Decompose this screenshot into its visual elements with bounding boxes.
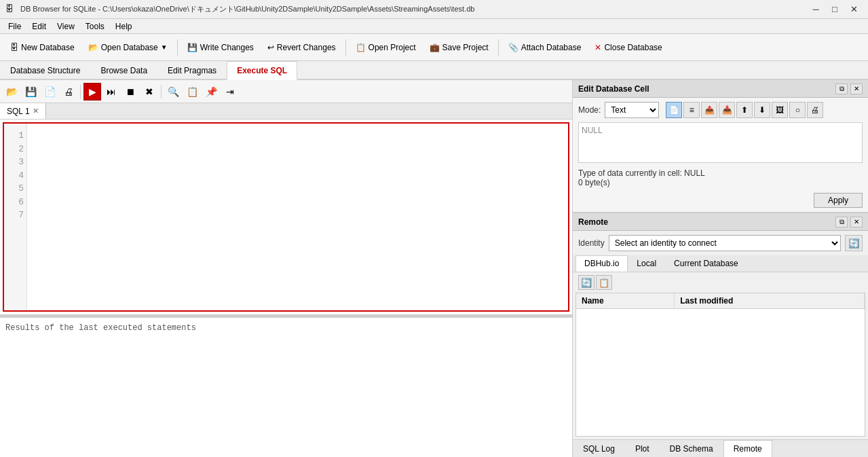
find-button[interactable]: 🔍: [164, 83, 182, 100]
results-placeholder: Results of the last executed statements: [5, 323, 196, 333]
tab-browse-data[interactable]: Browse Data: [90, 61, 157, 79]
main-tabs: Database Structure Browse Data Edit Prag…: [0, 61, 868, 80]
remote-close[interactable]: ✕: [850, 217, 863, 227]
edit-cell-detach[interactable]: ⧉: [835, 84, 848, 94]
identity-select[interactable]: Select an identity to connect: [609, 235, 841, 251]
mode-icon-import[interactable]: 📥: [719, 102, 735, 118]
mode-icons: 📄 ≡ 📤 📥 ⬆ ⬇ 🖼 ○ 🖨: [666, 102, 823, 118]
cell-null-value: NULL: [582, 126, 603, 135]
mode-icon-down[interactable]: ⬇: [754, 102, 770, 118]
minimize-button[interactable]: ─: [807, 3, 825, 16]
menu-file[interactable]: File: [3, 20, 26, 33]
write-changes-button[interactable]: 💾 Write Changes: [181, 37, 260, 58]
mode-icon-circle[interactable]: ○: [789, 102, 806, 118]
attach-database-button[interactable]: 📎 Attach Database: [502, 37, 588, 58]
cell-type-row: Type of data currently in cell: NULL 0 b…: [573, 166, 868, 190]
save-project-label: Save Project: [442, 43, 489, 52]
copy-button[interactable]: 📋: [183, 83, 201, 100]
edit-cell-panel: Edit Database Cell ⧉ ✕ Mode: Text Binary…: [573, 80, 868, 213]
tab-edit-pragmas[interactable]: Edit Pragmas: [157, 61, 227, 79]
clear-button[interactable]: ✖: [140, 83, 158, 100]
remote-header: Remote ⧉ ✕: [573, 213, 868, 231]
menu-edit[interactable]: Edit: [26, 20, 52, 33]
mode-icon-list[interactable]: ≡: [683, 102, 700, 118]
mode-icon-text[interactable]: 📄: [666, 102, 682, 118]
mode-select[interactable]: Text Binary Null Real Integer: [605, 102, 659, 118]
menu-view[interactable]: View: [52, 20, 80, 33]
bottom-tab-remote[interactable]: Remote: [723, 440, 772, 457]
mode-icon-image[interactable]: 🖼: [772, 102, 788, 118]
run-line-button[interactable]: ⏭: [102, 83, 120, 100]
sql-editor-area: 1234567 ▼CREATE TABLE Weapons ( Id INTEG…: [3, 122, 569, 312]
bottom-tab-sql-log[interactable]: SQL Log: [573, 440, 625, 457]
sql-editor-input[interactable]: CREATE TABLE Weapons ( Id INTEGER PRIMAR…: [4, 124, 568, 310]
new-database-button[interactable]: 🗄 New Database: [4, 37, 81, 58]
bottom-tab-db-schema[interactable]: DB Schema: [660, 440, 723, 457]
tab-database-structure[interactable]: Database Structure: [0, 61, 90, 79]
bottom-tab-remote-label: Remote: [734, 444, 762, 454]
mode-label: Mode:: [578, 105, 601, 115]
title-bar: 🗄 DB Browser for SQLite - C:\Users\okaza…: [0, 0, 868, 19]
title-bar-controls: ─ □ ✕: [807, 3, 863, 16]
open-project-label: Open Project: [369, 43, 416, 52]
menu-help[interactable]: Help: [110, 20, 138, 33]
save-sql-button[interactable]: 💾: [22, 83, 39, 100]
sql-toolbar: 📂 💾 📄 🖨 ▶ ⏭ ⏹ ✖ 🔍 📋 📌 ⇥: [0, 80, 572, 103]
open-project-button[interactable]: 📋 Open Project: [350, 37, 422, 58]
remote-refresh-button[interactable]: 🔄: [578, 275, 595, 290]
open-database-dropdown-icon: ▼: [161, 43, 168, 51]
sql-tab-1-close[interactable]: ✕: [33, 107, 39, 115]
open-database-button[interactable]: 📂 Open Database ▼: [82, 37, 174, 58]
edit-cell-header: Edit Database Cell ⧉ ✕: [573, 80, 868, 98]
save-as-sql-button[interactable]: 📄: [41, 83, 58, 100]
open-project-icon: 📋: [356, 43, 366, 52]
close-button[interactable]: ✕: [845, 3, 863, 16]
indent-button[interactable]: ⇥: [221, 83, 239, 100]
toolbar-sep-2: [345, 39, 346, 56]
remote-tab-dbhub-label: DBHub.io: [584, 259, 619, 268]
tab-execute-sql-label: Execute SQL: [237, 66, 287, 75]
save-project-icon: 💼: [430, 43, 440, 52]
open-sql-button[interactable]: 📂: [3, 83, 20, 100]
maximize-button[interactable]: □: [826, 3, 844, 16]
apply-row: Apply: [573, 190, 868, 212]
remote-tab-local[interactable]: Local: [628, 255, 665, 272]
identity-label: Identity: [578, 238, 605, 248]
bottom-tab-plot[interactable]: Plot: [625, 440, 660, 457]
sql-tab-1[interactable]: SQL 1 ✕: [0, 103, 46, 119]
menu-tools[interactable]: Tools: [80, 20, 110, 33]
revert-changes-icon: ↩: [267, 43, 274, 52]
remote-table-header-modified: Last modified: [675, 293, 865, 309]
mode-icon-export[interactable]: 📤: [701, 102, 717, 118]
close-database-button[interactable]: ✕ Close Database: [588, 37, 668, 58]
revert-changes-button[interactable]: ↩ Revert Changes: [261, 37, 342, 58]
stop-button[interactable]: ⏹: [121, 83, 139, 100]
mode-icon-print[interactable]: 🖨: [807, 102, 823, 118]
remote-tab-local-label: Local: [637, 259, 656, 268]
revert-changes-label: Revert Changes: [277, 43, 336, 52]
remote-tab-dbhub[interactable]: DBHub.io: [575, 255, 628, 272]
print-button[interactable]: 🖨: [60, 83, 77, 100]
save-project-button[interactable]: 💼 Save Project: [423, 37, 495, 58]
cell-display[interactable]: NULL: [578, 122, 863, 163]
remote-tab-current-database-label: Current Database: [674, 259, 738, 268]
sql-tab-1-label: SQL 1: [7, 107, 30, 116]
edit-cell-close[interactable]: ✕: [850, 84, 863, 94]
identity-refresh-button[interactable]: 🔄: [845, 235, 863, 251]
new-database-label: New Database: [21, 43, 75, 52]
tab-edit-pragmas-label: Edit Pragmas: [168, 66, 216, 75]
mode-icon-up[interactable]: ⬆: [736, 102, 753, 118]
write-changes-label: Write Changes: [200, 43, 254, 52]
remote-title: Remote: [578, 217, 608, 227]
remote-detach[interactable]: ⧉: [835, 217, 848, 227]
tab-execute-sql[interactable]: Execute SQL: [227, 61, 297, 80]
remote-tab-current-database[interactable]: Current Database: [665, 255, 747, 272]
apply-button[interactable]: Apply: [814, 193, 863, 208]
results-output: Results of the last executed statements: [0, 318, 572, 457]
sql-sep-2: [161, 85, 162, 98]
paste-button[interactable]: 📌: [202, 83, 220, 100]
remote-copy-button[interactable]: 📋: [596, 275, 612, 290]
run-button[interactable]: ▶: [83, 83, 101, 100]
menu-bar: File Edit View Tools Help: [0, 19, 868, 34]
title-bar-text: DB Browser for SQLite - C:\Users\okaza\O…: [20, 4, 807, 14]
